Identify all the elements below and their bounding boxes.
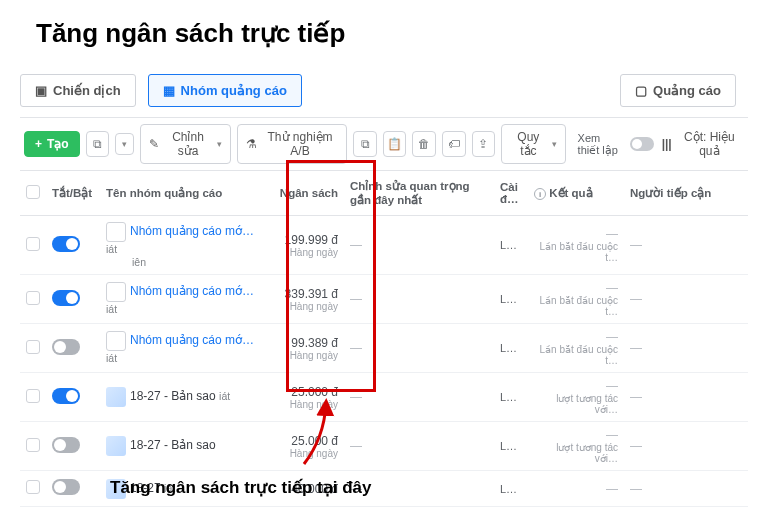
- name-suffix: iát: [106, 303, 117, 315]
- col-reach[interactable]: Người tiếp cận: [624, 171, 748, 216]
- adset-name[interactable]: 18-27 - Bản sao: [130, 438, 216, 452]
- result-value: —: [534, 330, 618, 344]
- folder-icon: ▣: [35, 83, 47, 98]
- setup-cell: L…: [494, 216, 528, 275]
- row-toggle[interactable]: [52, 339, 80, 355]
- adset-name[interactable]: Nhóm quảng cáo mớ…: [130, 284, 254, 298]
- edits-cell: —: [350, 292, 362, 306]
- budget-period: Hàng ngày: [274, 350, 338, 361]
- name-suffix2: iên: [106, 256, 262, 268]
- reach-cell: —: [630, 238, 642, 252]
- columns-icon: |||: [662, 137, 672, 151]
- plus-icon: +: [35, 137, 42, 151]
- name-suffix: iát: [106, 243, 117, 255]
- budget-amount[interactable]: 199.999 đ: [274, 233, 338, 247]
- col-name[interactable]: Tên nhóm quảng cáo: [100, 171, 268, 216]
- row-toggle[interactable]: [52, 437, 80, 453]
- row-checkbox[interactable]: [26, 340, 40, 354]
- edit-button[interactable]: ✎ Chỉnh sửa ▾: [140, 124, 231, 164]
- setup-cell: L…: [494, 422, 528, 471]
- setup-cell: L…: [494, 324, 528, 373]
- tabs-row: ▣ Chiến dịch ▦ Nhóm quảng cáo ▢ Quảng cá…: [20, 74, 748, 107]
- reach-cell: —: [630, 439, 642, 453]
- row-checkbox[interactable]: [26, 389, 40, 403]
- result-value: —: [534, 482, 618, 496]
- col-results[interactable]: Kết quả: [549, 187, 592, 199]
- create-button[interactable]: + Tạo: [24, 131, 80, 157]
- setup-toggle[interactable]: [630, 137, 653, 151]
- name-suffix: iát: [106, 352, 117, 364]
- col-onoff[interactable]: Tắt/Bật: [46, 171, 100, 216]
- tab-adsets[interactable]: ▦ Nhóm quảng cáo: [148, 74, 302, 107]
- summary-setup: C…: [494, 507, 528, 513]
- reach-cell: —: [630, 482, 642, 496]
- row-checkbox[interactable]: [26, 480, 40, 494]
- adset-table: Tắt/Bật Tên nhóm quảng cáo Ngân sách Chỉ…: [20, 171, 748, 512]
- duplicate-button[interactable]: ⧉: [86, 131, 110, 157]
- row-toggle[interactable]: [52, 479, 80, 495]
- export-button[interactable]: ⇪: [472, 131, 496, 157]
- adset-thumb: [106, 282, 126, 302]
- budget-amount[interactable]: 339.391 đ: [274, 287, 338, 301]
- rules-label: Quy tắc: [510, 130, 546, 158]
- edit-label: Chỉnh sửa: [164, 130, 212, 158]
- ab-test-button[interactable]: ⚗ Thử nghiệm A/B: [237, 124, 348, 164]
- row-checkbox[interactable]: [26, 237, 40, 251]
- tab-campaigns[interactable]: ▣ Chiến dịch: [20, 74, 136, 107]
- budget-amount[interactable]: 25.000 đ: [274, 385, 338, 399]
- table-header-row: Tắt/Bật Tên nhóm quảng cáo Ngân sách Chỉ…: [20, 171, 748, 216]
- budget-amount[interactable]: 25.000 đ: [274, 434, 338, 448]
- tag-button[interactable]: 🏷: [442, 131, 466, 157]
- row-toggle[interactable]: [52, 236, 80, 252]
- table-row: Nhóm quảng cáo mớ… iát339.391 đHàng ngày…: [20, 275, 748, 324]
- edits-cell: —: [350, 439, 362, 453]
- budget-period: Hàng ngày: [274, 448, 338, 459]
- table-row: 18-27 - Bản sao iát25.000 đHàng ngày—L…—…: [20, 373, 748, 422]
- ad-icon: ▢: [635, 83, 647, 98]
- tab-ads-label: Quảng cáo: [653, 83, 721, 98]
- result-sub: Lần bắt đầu cuộc t…: [534, 344, 618, 366]
- col-setup[interactable]: Cài đ…: [494, 171, 528, 216]
- tab-ads[interactable]: ▢ Quảng cáo: [620, 74, 736, 107]
- create-label: Tạo: [47, 137, 69, 151]
- edits-cell: —: [350, 390, 362, 404]
- result-value: —: [534, 379, 618, 393]
- table-row: 18-27 - Bản sao 25.000 đHàng ngày—L…—lượ…: [20, 422, 748, 471]
- select-all-checkbox[interactable]: [26, 185, 40, 199]
- result-sub: Lần bắt đầu cuộc t…: [534, 241, 618, 263]
- paste-button[interactable]: 📋: [383, 131, 407, 157]
- adset-name[interactable]: Nhóm quảng cáo mớ…: [130, 333, 254, 347]
- adset-thumb: [106, 436, 126, 456]
- budget-amount[interactable]: 99.389 đ: [274, 336, 338, 350]
- result-value: —: [534, 227, 618, 241]
- result-value: —: [534, 281, 618, 295]
- row-checkbox[interactable]: [26, 291, 40, 305]
- info-icon: i: [534, 188, 546, 200]
- rules-button[interactable]: Quy tắc ▾: [501, 124, 565, 164]
- row-toggle[interactable]: [52, 290, 80, 306]
- setup-cell: L…: [494, 373, 528, 422]
- col-budget[interactable]: Ngân sách: [268, 171, 344, 216]
- adset-thumb: [106, 222, 126, 242]
- reach-cell: —: [630, 341, 642, 355]
- col-edits[interactable]: Chỉnh sửa quan trọng gần đây nhất: [344, 171, 494, 216]
- tab-adsets-label: Nhóm quảng cáo: [181, 83, 287, 98]
- chevron-down-icon: ▾: [552, 139, 557, 149]
- table-row: Nhóm quảng cáo mớ… iátiên199.999 đHàng n…: [20, 216, 748, 275]
- columns-button[interactable]: ||| Cột: Hiệu quả: [660, 125, 744, 163]
- row-toggle[interactable]: [52, 388, 80, 404]
- grid-icon: ▦: [163, 83, 175, 98]
- result-sub: lượt tương tác với…: [534, 442, 618, 464]
- summary-reach: Mọi người: [624, 507, 748, 513]
- adset-thumb: [106, 387, 126, 407]
- budget-period: Hàng ngày: [274, 301, 338, 312]
- setup-cell: L…: [494, 471, 528, 507]
- row-checkbox[interactable]: [26, 438, 40, 452]
- reach-cell: —: [630, 292, 642, 306]
- adset-name[interactable]: Nhóm quảng cáo mớ…: [130, 224, 254, 238]
- result-sub: lượt tương tác với…: [534, 393, 618, 415]
- adset-name[interactable]: 18-27 - Bản sao: [130, 389, 216, 403]
- duplicate-caret[interactable]: ▾: [115, 133, 134, 155]
- delete-button[interactable]: 🗑: [412, 131, 436, 157]
- copy-button[interactable]: ⧉: [353, 131, 377, 157]
